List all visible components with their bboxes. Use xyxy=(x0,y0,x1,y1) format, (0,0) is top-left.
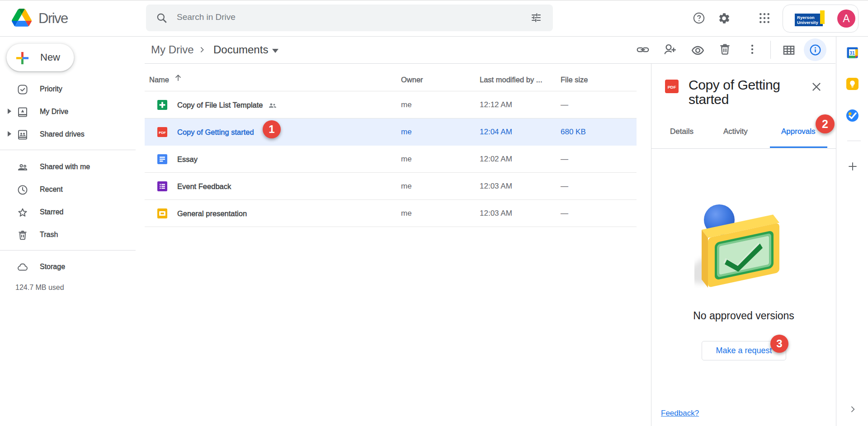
svg-text:PDF: PDF xyxy=(159,131,166,135)
svg-text:31: 31 xyxy=(849,50,855,56)
svg-text:PDF: PDF xyxy=(668,85,676,90)
